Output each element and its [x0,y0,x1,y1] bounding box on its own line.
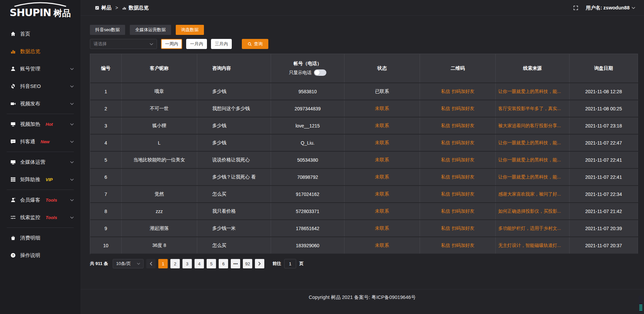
qr-action-link[interactable]: 私信 [441,209,450,214]
sidebar-item-douyin-seo[interactable]: 抖音SEO [0,77,80,95]
sidebar-item-data-overview[interactable]: 数据总览 [0,43,80,60]
chevron-down-icon [70,123,74,125]
page-button-1[interactable]: 1 [158,259,168,268]
source-link[interactable]: 让你一眼就爱上的黑科技，能... [498,140,561,145]
page-button-3[interactable]: 3 [182,259,192,268]
qr-action-link[interactable]: 扫码加好友 [452,174,475,179]
page-button-4[interactable]: 4 [195,259,204,268]
period-button-2[interactable]: 三月内 [211,39,232,49]
sidebar-item-account-manage[interactable]: 账号管理 [0,60,80,77]
source-link[interactable]: 如何正确选择投影仪，买投影... [498,209,561,214]
qr-action-link[interactable]: 扫码加好友 [452,89,475,94]
cell-account: 70898792 [271,168,344,186]
sidebar-item-omni-media[interactable]: 全媒体运营 [0,153,80,171]
sidebar-item-video-heat[interactable]: 视频加热Hot [0,115,80,133]
sidebar-item-douketong[interactable]: 抖客通New [0,133,80,150]
sidebar-item-label: 会员爆客 [20,197,40,203]
status-badge: 未联系 [375,191,389,197]
sidebar-item-matrix-boost[interactable]: 矩阵助推VIP [0,171,80,188]
fullscreen-icon[interactable] [573,5,578,10]
filter-select[interactable]: 请选择 [90,39,157,49]
qr-action-link[interactable]: 扫码加好友 [452,209,475,214]
source-link[interactable]: 客厅安装投影半年多了，真实... [498,106,561,111]
tab-2[interactable]: 询盘数据 [176,25,204,35]
period-button-1[interactable]: 一月内 [186,39,207,49]
floating-widget[interactable] [639,296,643,312]
status-badge: 未联系 [375,157,389,162]
cell-id: 7 [90,186,121,203]
page-size-select[interactable]: 10条/页 [113,259,144,268]
qr-action-link[interactable]: 私信 [441,140,450,145]
search-icon [248,42,252,46]
qr-action-link[interactable]: 私信 [441,89,450,94]
table-row: 9潮起潮落多少钱一米178651642未联系私信扫码加好友多功能护栏灯，适用于乡… [90,220,638,237]
period-button-0[interactable]: 一周内 [161,39,182,49]
qr-action-link[interactable]: 私信 [441,157,450,162]
qr-action-link[interactable]: 扫码加好友 [452,157,475,162]
page-button-92[interactable]: 92 [243,259,252,268]
page-button-5[interactable]: 5 [207,259,216,268]
source-link[interactable]: 让你一眼就爱上的黑科技，能... [498,174,561,179]
phone-only-toggle[interactable] [314,69,326,76]
qr-action-link[interactable]: 扫码加好友 [452,140,475,145]
cell-qrcode: 私信扫码加好友 [420,186,495,203]
qr-action-link[interactable]: 扫码加好友 [452,226,475,231]
page-button-6[interactable]: 6 [219,259,228,268]
qr-action-link[interactable]: 扫码加好友 [452,243,475,248]
sidebar-item-clue-monitor[interactable]: 线索监控Tools [0,209,80,226]
phone-only-control: 只显示电话 [271,69,344,76]
qr-action-link[interactable]: 私信 [441,226,450,231]
qr-action-link[interactable]: 扫码加好友 [452,123,475,128]
qr-action-link[interactable]: 扫码加好友 [452,106,475,111]
page-button-2[interactable]: 2 [170,259,180,268]
sidebar-item-home[interactable]: 首页 [0,25,80,43]
cell-date: 2021-11-07 20:37 [569,237,638,254]
logo-arc [12,2,69,7]
source-link[interactable]: 无主灯设计，智能磁吸轨道灯... [498,243,561,248]
qr-action-link[interactable]: 私信 [441,192,450,197]
cell-status: 未联系 [344,100,420,117]
sidebar-item-operation-guide[interactable]: ?操作说明 [0,247,80,264]
cell-source: 被大家追着问的客厅投影分享... [495,117,569,134]
source-link[interactable]: 被大家追着问的客厅投影分享... [498,123,561,128]
tab-0[interactable]: 抖音seo数据 [90,25,125,35]
brand-logo: SHUPIN 树品 [0,0,80,22]
cell-status: 已联系 [344,83,420,100]
status-badge: 未联系 [375,106,389,111]
cell-status: 未联系 [344,186,420,203]
source-link[interactable]: 让你一眼就爱上的黑科技，能... [498,157,561,162]
cell-id: 3 [90,117,121,134]
user-menu[interactable]: 用户名: zswodun88 [586,5,635,11]
menu-divider [7,227,74,228]
search-button[interactable]: 查询 [242,39,268,49]
breadcrumb-home[interactable]: 树品 [101,5,111,11]
source-link[interactable]: 让你一眼就爱上的黑科技，能... [498,89,561,94]
sidebar-item-video-publish[interactable]: 视频发布 [0,95,80,112]
next-page-button[interactable] [255,259,264,268]
cell-content: 我想问这个多少钱 [197,100,271,117]
cell-qrcode: 私信扫码加好友 [420,134,495,151]
chevron-down-icon [70,178,74,181]
qr-action-link[interactable]: 私信 [441,243,450,248]
cell-account: Q_Liu. [271,134,344,151]
menu-divider [7,152,74,152]
prev-page-button[interactable] [146,259,156,268]
copyright-text: Copyright 树品 2021 备案号: 粤ICP备09019646号 [309,294,416,301]
col-id: 编号 [90,54,121,83]
menu-divider [7,190,74,190]
qr-action-link[interactable]: 扫码加好友 [452,192,475,197]
sidebar-item-member-baoke[interactable]: 会员爆客Tools [0,191,80,209]
qr-action-link[interactable]: 私信 [441,106,450,111]
qr-action-link[interactable]: 私信 [441,174,450,179]
pager-ellipsis[interactable]: ••• [231,259,240,268]
source-link[interactable]: 多功能护栏灯，适用于乡村文... [498,226,561,231]
qr-action-link[interactable]: 私信 [441,123,450,128]
goto-page-input[interactable] [284,259,296,268]
sidebar-item-label: 线索监控 [20,214,40,221]
source-link[interactable]: 感谢大家喜欢我家，被问了好... [498,192,561,197]
cell-date: 2021-11-08 00:25 [569,100,638,117]
table-row: 1036度 8怎么买183929060未联系私信扫码加好友无主灯设计，智能磁吸轨… [90,237,638,254]
cell-source: 让你一眼就爱上的黑科技，能... [495,168,569,186]
sidebar-item-consume-detail[interactable]: 消费明细 [0,229,80,247]
tab-1[interactable]: 全媒体运营数据 [130,25,171,35]
